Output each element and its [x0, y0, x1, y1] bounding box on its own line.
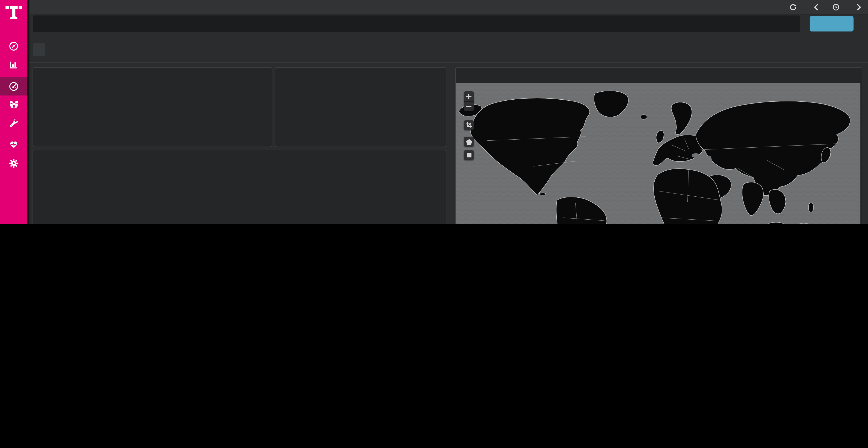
chevron-right-icon [857, 4, 861, 11]
sidebar-item-management[interactable] [0, 154, 27, 172]
sidebar-item-dev-tools[interactable] [0, 114, 27, 133]
bar-chart-icon [8, 59, 19, 70]
query-bar [33, 15, 800, 32]
draw-polygon-button[interactable] [464, 137, 474, 146]
draw-rectangle-button[interactable] [464, 150, 474, 160]
search-input[interactable] [42, 19, 792, 28]
plus-icon [466, 93, 472, 100]
panel-attack-map [455, 67, 862, 224]
refresh-button[interactable] [810, 16, 854, 32]
rectangle-icon [465, 151, 472, 159]
crop-icon [466, 122, 472, 129]
line-chart [33, 150, 446, 224]
minus-icon [466, 103, 472, 110]
chevron-left-icon [814, 4, 818, 11]
add-filter-button[interactable] [33, 43, 45, 56]
polygon-icon [465, 138, 472, 145]
fit-data-bounds-button[interactable] [464, 120, 474, 130]
telekom-t-logo [5, 3, 22, 20]
world-map[interactable] [456, 83, 861, 224]
time-forward-button[interactable] [857, 4, 861, 11]
sidebar-item-sentinl[interactable] [0, 96, 27, 114]
time-picker-button[interactable] [832, 4, 843, 11]
breadcrumb [33, 3, 40, 11]
sidebar-divider [27, 0, 29, 224]
zoom-in-button[interactable] [464, 91, 474, 102]
sidebar-item-discover[interactable] [0, 37, 27, 55]
refresh-icon [789, 4, 797, 11]
zoom-out-button[interactable] [464, 102, 474, 111]
sidebar-item-dashboard[interactable] [0, 77, 27, 96]
world-map-canvas [456, 83, 861, 224]
heart-pulse-icon [8, 139, 19, 149]
gauge-icon [8, 81, 19, 92]
filter-row-divider [29, 63, 868, 63]
panel-attacks-metric [275, 67, 446, 147]
panel-attacks-bar [33, 67, 272, 147]
auto-refresh-button[interactable] [789, 4, 800, 11]
sidebar [0, 0, 27, 224]
gear-icon [8, 158, 19, 169]
map-zoom-controls [464, 91, 474, 111]
top-nav-bar [29, 0, 868, 15]
panel-attacks-histogram [33, 150, 446, 224]
wrench-icon [8, 119, 19, 129]
clock-icon [832, 4, 840, 11]
bear-icon [8, 99, 20, 110]
kibana-dashboard [0, 0, 868, 224]
top-menu [734, 4, 868, 11]
sidebar-item-monitoring[interactable] [0, 135, 27, 153]
compass-icon [8, 40, 19, 51]
time-back-button[interactable] [814, 4, 818, 11]
sidebar-item-visualize[interactable] [0, 55, 27, 74]
